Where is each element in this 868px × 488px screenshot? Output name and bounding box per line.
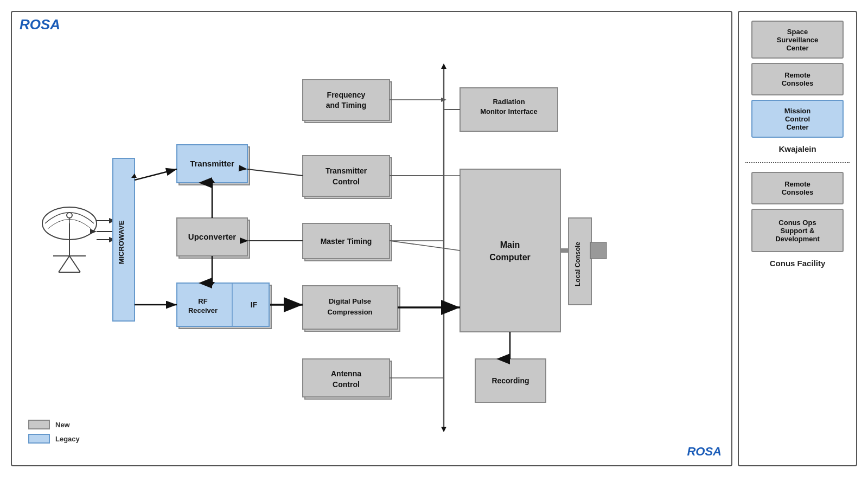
lc-connector	[590, 242, 607, 259]
freq-label-2: and Timing	[326, 101, 366, 110]
ac-block	[303, 359, 390, 397]
legend: New Legacy	[28, 420, 80, 444]
ac-label-1: Antenna	[331, 369, 361, 378]
legend-legacy: Legacy	[28, 434, 80, 444]
mc-label-2: Computer	[489, 253, 531, 262]
ac-label-2: Control	[333, 380, 360, 389]
receiver-label: Receiver	[188, 306, 218, 314]
rosa-title-br: ROSA	[687, 445, 722, 459]
tc-label-2: Control	[333, 177, 360, 186]
tc-block	[303, 156, 390, 196]
dpc-label-2: Compression	[327, 308, 372, 316]
remote-consoles-top-block: RemoteConsoles	[751, 63, 844, 95]
rec-label: Recording	[492, 376, 529, 385]
freq-label-1: Frequency	[327, 91, 366, 99]
mt-to-mc	[390, 241, 460, 251]
conus-ops-block: Conus OpsSupport &Development	[751, 209, 844, 252]
rf-label: RF	[198, 297, 207, 305]
rosa-box: ROSA ROSA	[11, 11, 732, 466]
legend-legacy-label: Legacy	[55, 435, 80, 443]
facility-divider	[745, 162, 850, 163]
legend-legacy-box	[28, 434, 50, 444]
tc-to-tr	[247, 169, 303, 176]
mc-label-1: Main	[500, 240, 520, 249]
mission-control-block: MissionControlCenter	[751, 100, 844, 138]
upconverter-label: Upconverter	[188, 232, 237, 241]
arrow-down-bot	[441, 427, 446, 432]
mc-block	[460, 169, 560, 332]
tc-label-1: Transmitter	[326, 166, 367, 175]
dpc-label-1: Digital Pulse	[329, 297, 371, 305]
space-surveillance-block: SpaceSurveillanceCenter	[751, 21, 844, 59]
freq-block	[303, 80, 390, 120]
rmi-label-2: Monitor Interface	[480, 107, 537, 115]
diagram-svg: MICROWAVE Transmitter Upconverter RF Rec…	[21, 39, 628, 473]
outer-wrapper: ROSA ROSA	[11, 11, 857, 477]
transmitter-label: Transmitter	[190, 159, 234, 168]
microwave-label: MICROWAVE	[117, 220, 125, 264]
legend-new-label: New	[55, 421, 70, 429]
svg-line-3	[59, 256, 69, 272]
facility-box: SpaceSurveillanceCenter RemoteConsoles M…	[738, 11, 857, 466]
mw-to-tr	[135, 169, 177, 180]
if-label: IF	[251, 300, 258, 309]
remote-consoles-bottom-block: RemoteConsoles	[751, 172, 844, 204]
legend-new-box	[28, 420, 50, 429]
antenna-icon	[42, 207, 116, 272]
kwajalein-section: SpaceSurveillanceCenter RemoteConsoles M…	[745, 21, 850, 153]
conus-section: RemoteConsoles Conus OpsSupport &Develop…	[745, 172, 850, 268]
dpc-block	[303, 286, 398, 329]
legend-new: New	[28, 420, 80, 429]
mt-label: Master Timing	[321, 237, 372, 246]
conus-facility-label: Conus Facility	[770, 259, 826, 268]
rosa-title: ROSA	[20, 16, 60, 33]
rmi-label-1: Radiation	[493, 98, 525, 106]
svg-line-4	[69, 256, 80, 272]
arrow-up-top	[441, 63, 446, 69]
svg-point-6	[67, 213, 72, 218]
kwajalein-label: Kwajalein	[778, 144, 816, 153]
lc-label: Local Console	[574, 242, 582, 286]
